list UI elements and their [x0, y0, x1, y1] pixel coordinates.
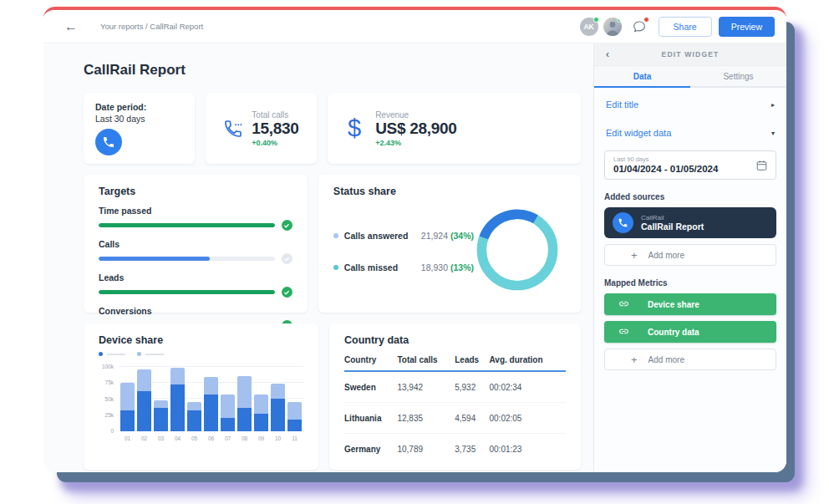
- breadcrumb[interactable]: Your reports / CallRail Report: [100, 22, 575, 31]
- report-canvas: CallRail Report Date period: Last 30 day…: [43, 43, 593, 472]
- plus-icon: +: [631, 249, 638, 262]
- country-table: CountryTotal callsLeadsAvg. duration Swe…: [344, 352, 566, 464]
- value-cell: 5,932: [455, 371, 489, 403]
- total-calls-card: Total calls 15,830 +0.40%: [206, 93, 317, 164]
- legend-label: Calls missed: [344, 262, 421, 272]
- chat-button[interactable]: [630, 18, 648, 36]
- target-label: Time passed: [99, 206, 292, 216]
- add-metric-button[interactable]: + Add more: [604, 349, 776, 370]
- x-tick-label: 11: [287, 435, 302, 441]
- progress-track: [99, 223, 275, 227]
- revenue-card: $ Revenue US$ 28,900 +2.43%: [328, 93, 581, 164]
- tab-settings[interactable]: Settings: [690, 66, 786, 88]
- source-provider: CallRail: [641, 214, 704, 221]
- targets-title: Targets: [99, 186, 292, 197]
- panel-header: ‹ EDIT WIDGET: [594, 43, 786, 66]
- add-source-button[interactable]: + Add more: [604, 244, 776, 266]
- bar-segment-light: [120, 383, 135, 410]
- calendar-icon[interactable]: [755, 159, 768, 171]
- online-dot: [617, 18, 622, 23]
- legend-label: Calls answered: [344, 231, 421, 241]
- bar-segment-light: [237, 376, 252, 407]
- target-label: Leads: [99, 272, 292, 283]
- target-row: Leads: [99, 272, 292, 298]
- y-axis: 100k75k50k25k0: [99, 366, 115, 431]
- avatar-initials[interactable]: AK: [580, 18, 598, 36]
- x-tick-label: 06: [204, 435, 218, 441]
- x-tick-label: 09: [254, 435, 268, 441]
- bar-segment-dark: [221, 418, 235, 431]
- legend-item: [137, 352, 164, 356]
- check-circle-icon: [282, 220, 292, 231]
- caret-down-icon: ▾: [771, 130, 775, 137]
- panel-title: EDIT WIDGET: [662, 50, 720, 59]
- added-sources-label: Added sources: [604, 192, 776, 201]
- progress-fill: [99, 223, 275, 227]
- source-card-callrail[interactable]: CallRail CallRail Report: [604, 207, 776, 238]
- notification-dot: [643, 17, 649, 23]
- share-button[interactable]: Share: [659, 17, 712, 37]
- total-calls-change: +0.40%: [252, 139, 298, 147]
- target-label: Conversions: [99, 306, 292, 316]
- legend-dot-icon: [333, 233, 338, 238]
- column-header: Leads: [455, 352, 489, 371]
- x-tick-label: 10: [271, 435, 285, 441]
- country-cell: Sweden: [344, 371, 397, 403]
- link-icon: [618, 298, 629, 311]
- progress-track: [99, 290, 275, 294]
- progress-fill: [99, 290, 275, 294]
- targets-widget: Targets Time passedCallsLeadsConversions: [84, 175, 308, 313]
- edit-widget-data-expander[interactable]: Edit widget data ▾: [604, 119, 776, 147]
- bar-segment-light: [170, 368, 185, 384]
- bar-segment-dark: [120, 410, 135, 431]
- source-phone-icon: [613, 212, 633, 233]
- mapped-metric-device-share[interactable]: Device share: [604, 293, 776, 315]
- pending-circle-icon: [282, 253, 292, 264]
- column-header: Country: [344, 352, 397, 371]
- value-cell: 10,789: [397, 434, 455, 465]
- bar: [221, 395, 235, 431]
- phone-icon: [102, 135, 115, 149]
- legend-dot-icon: [99, 352, 103, 356]
- bar-series: [120, 366, 302, 431]
- revenue-value: US$ 28,900: [375, 120, 456, 138]
- progress-track: [99, 257, 275, 261]
- collapse-panel-button[interactable]: ‹: [606, 48, 609, 60]
- edit-title-expander[interactable]: Edit title ▸: [604, 90, 776, 119]
- target-progress: [99, 287, 292, 298]
- bar-chart-legend: [99, 352, 303, 356]
- country-cell: Germany: [344, 434, 397, 465]
- value-cell: 00:02:05: [489, 403, 566, 434]
- x-tick-label: 01: [120, 435, 135, 441]
- app-window: ← Your reports / CallRail Report AK Shar…: [43, 7, 786, 472]
- y-tick-label: 75k: [105, 379, 114, 385]
- date-range-preset: Last 90 days: [613, 155, 750, 163]
- x-tick-label: 05: [187, 435, 201, 441]
- revenue-change: +2.43%: [375, 139, 456, 147]
- x-tick-label: 07: [221, 435, 235, 441]
- x-tick-label: 08: [237, 435, 252, 441]
- column-header: Avg. duration: [489, 352, 566, 371]
- legend-value: 21,924: [421, 231, 448, 241]
- phone-badge: [95, 129, 122, 155]
- back-button[interactable]: ←: [53, 19, 89, 34]
- legend-item: Calls answered21,924 (34%): [333, 231, 474, 241]
- edit-widget-data-label: Edit widget data: [606, 128, 671, 138]
- bar: [254, 395, 268, 431]
- target-label: Calls: [99, 239, 292, 249]
- country-data-widget: Country data CountryTotal callsLeadsAvg.…: [329, 323, 581, 470]
- date-range-input[interactable]: Last 90 days 01/04/2024 - 01/05/2024: [604, 150, 776, 180]
- total-calls-value: 15,830: [252, 120, 298, 138]
- date-range-value: 01/04/2024 - 01/05/2024: [613, 164, 750, 174]
- progress-fill: [99, 257, 210, 261]
- legend-item: Calls missed18,930 (13%): [333, 262, 474, 272]
- source-name: CallRail Report: [641, 221, 704, 232]
- target-progress: [99, 253, 292, 264]
- bar-segment-dark: [187, 410, 201, 431]
- tab-data[interactable]: Data: [594, 66, 690, 88]
- add-more-label: Add more: [648, 251, 684, 260]
- avatar-photo[interactable]: [603, 18, 622, 36]
- mapped-metric-country-data[interactable]: Country data: [604, 321, 776, 343]
- preview-button[interactable]: Preview: [719, 17, 775, 37]
- status-share-widget: Status share Calls answered21,924 (34%)C…: [318, 175, 581, 313]
